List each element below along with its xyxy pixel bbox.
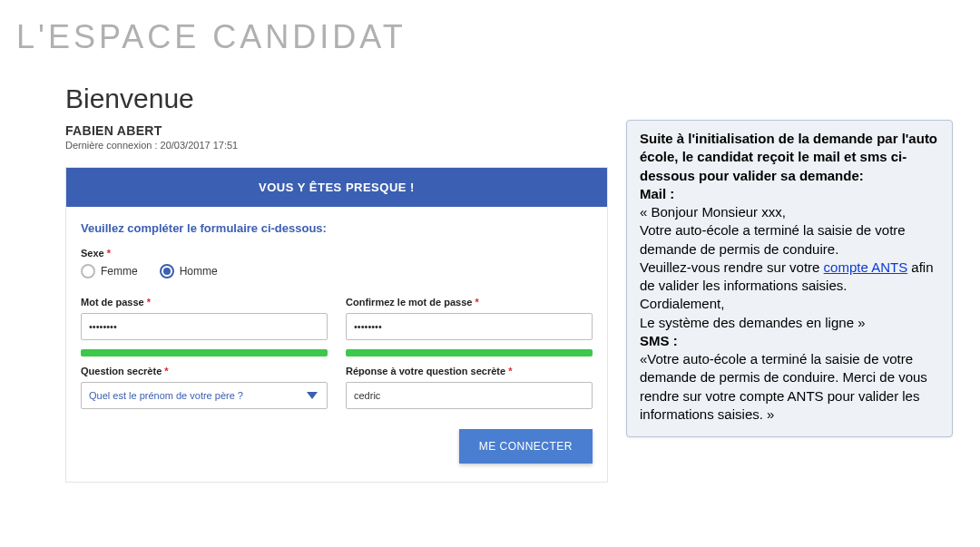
radio-femme-indicator bbox=[81, 264, 95, 278]
radio-femme[interactable]: Femme bbox=[81, 264, 138, 278]
secret-question-value: Quel est le prénom de votre père ? bbox=[89, 390, 243, 401]
last-login-value: 20/03/2017 17:51 bbox=[161, 140, 239, 151]
password-confirm-input[interactable] bbox=[346, 313, 593, 340]
info-sms-body: «Votre auto-école a terminé la saisie de… bbox=[640, 351, 927, 422]
secret-question-select[interactable]: Quel est le prénom de votre père ? bbox=[81, 382, 328, 409]
info-sms-label: SMS : bbox=[640, 333, 678, 348]
panel-header: VOUS Y ÊTES PRESQUE ! bbox=[66, 168, 607, 207]
info-mail-label: Mail : bbox=[640, 186, 674, 201]
last-login: Dernière connexion : 20/03/2017 17:51 bbox=[65, 140, 608, 151]
password-confirm-strength-bar bbox=[346, 349, 593, 357]
compte-ants-link[interactable]: compte ANTS bbox=[824, 259, 908, 275]
radio-homme[interactable]: Homme bbox=[160, 264, 218, 278]
info-mail-body2a: Veuillez-vous rendre sur votre bbox=[640, 259, 824, 275]
chevron-down-icon bbox=[307, 392, 318, 399]
label-password: Mot de passe * bbox=[81, 297, 328, 308]
radio-femme-label: Femme bbox=[101, 265, 138, 278]
info-box: Suite à l'initialisation de la demande p… bbox=[626, 120, 953, 437]
submit-button[interactable]: ME CONNECTER bbox=[459, 429, 593, 464]
completion-panel: VOUS Y ÊTES PRESQUE ! Veuillez compléter… bbox=[65, 167, 608, 483]
password-strength-bar bbox=[81, 349, 328, 357]
page-title: L'espace candidat bbox=[0, 0, 980, 65]
form-intro: Veuillez compléter le formulaire ci-dess… bbox=[81, 221, 593, 235]
radio-homme-label: Homme bbox=[180, 265, 218, 278]
last-login-prefix: Dernière connexion : bbox=[65, 140, 161, 151]
label-secret-question: Question secrète * bbox=[81, 366, 328, 376]
label-sexe: Sexe * bbox=[81, 248, 593, 259]
welcome-heading: Bienvenue bbox=[65, 83, 608, 114]
info-intro: Suite à l'initialisation de la demande p… bbox=[640, 131, 937, 183]
password-input[interactable] bbox=[81, 313, 328, 340]
label-password-confirm: Confirmez le mot de passe * bbox=[346, 297, 593, 308]
radio-homme-indicator bbox=[160, 264, 174, 278]
user-name: FABIEN ABERT bbox=[65, 123, 608, 138]
info-mail-body1: Votre auto-école a terminé la saisie de … bbox=[640, 222, 906, 256]
secret-answer-input[interactable] bbox=[346, 382, 593, 409]
label-secret-answer: Réponse à votre question secrète * bbox=[346, 366, 593, 376]
info-mail-greeting: « Bonjour Monsieur xxx, bbox=[640, 204, 786, 220]
info-mail-signoff1: Cordialement, bbox=[640, 296, 724, 311]
info-mail-signoff2: Le système des demandes en ligne » bbox=[640, 315, 866, 330]
